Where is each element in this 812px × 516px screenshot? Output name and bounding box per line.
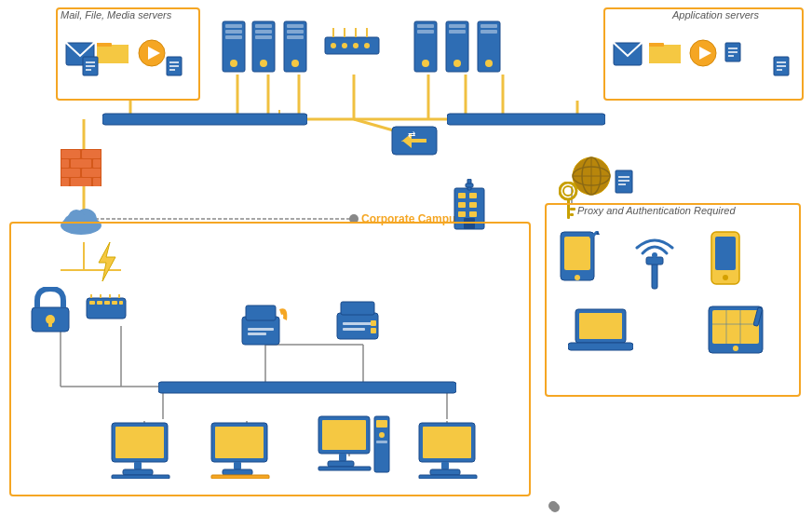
svg-rect-72: [287, 30, 304, 34]
doc-icon-2: [166, 56, 183, 76]
server-5: [445, 20, 469, 73]
app-media-icon: [689, 39, 717, 67]
svg-rect-63: [225, 35, 242, 39]
network-bus-right: [447, 110, 605, 129]
smartphone-icon: [710, 231, 741, 287]
svg-rect-89: [449, 24, 466, 28]
svg-point-69: [260, 60, 267, 67]
svg-rect-113: [93, 178, 101, 186]
svg-rect-35: [97, 45, 129, 63]
svg-point-64: [230, 60, 237, 67]
svg-point-77: [342, 43, 347, 48]
svg-text:⇄: ⇄: [408, 129, 415, 140]
svg-rect-105: [82, 150, 101, 158]
svg-rect-67: [255, 30, 272, 34]
svg-point-95: [485, 60, 493, 67]
svg-rect-85: [417, 24, 434, 28]
router-center: → ⇄: [391, 119, 438, 160]
svg-rect-61: [225, 24, 242, 28]
svg-rect-48: [649, 45, 681, 63]
svg-rect-106: [71, 159, 91, 168]
tablet-with-stylus: [557, 231, 600, 287]
network-diagram: Mail, File, Media servers: [0, 0, 812, 516]
svg-rect-203: [579, 313, 622, 339]
svg-rect-96: [102, 114, 307, 125]
svg-rect-73: [287, 35, 304, 39]
svg-point-76: [331, 43, 336, 48]
svg-rect-108: [93, 159, 101, 168]
svg-rect-90: [449, 30, 466, 34]
globe-doc-icon: [615, 170, 633, 194]
svg-rect-71: [287, 24, 304, 28]
svg-point-208: [733, 346, 738, 351]
svg-rect-104: [61, 150, 80, 158]
svg-rect-93: [480, 24, 497, 28]
svg-rect-187: [616, 170, 632, 193]
connector-dot-bottom: [548, 501, 558, 510]
svg-point-193: [575, 275, 580, 280]
svg-rect-62: [225, 30, 242, 34]
svg-rect-49: [649, 43, 664, 47]
folder-icon: [95, 35, 130, 65]
svg-rect-172: [458, 211, 466, 217]
label-application-servers: Application servers: [672, 9, 759, 20]
svg-point-78: [353, 43, 359, 48]
svg-rect-197: [646, 257, 663, 265]
label-proxy-auth: Proxy and Authentication Required: [577, 205, 736, 216]
svg-rect-206: [712, 310, 759, 344]
svg-rect-173: [469, 211, 477, 217]
svg-rect-107: [61, 159, 69, 168]
svg-point-74: [291, 60, 299, 67]
doc-icon-1: [82, 56, 99, 76]
svg-rect-192: [564, 237, 590, 270]
svg-rect-86: [417, 30, 434, 34]
app-doc-2: [773, 56, 790, 76]
svg-rect-204: [568, 343, 633, 350]
svg-rect-94: [480, 30, 497, 34]
server-6: [477, 20, 501, 73]
network-bus-left: [102, 110, 307, 129]
svg-rect-36: [97, 43, 112, 47]
server-1: [222, 20, 246, 73]
media-play-icon: [138, 39, 166, 67]
app-doc-1: [724, 42, 741, 62]
svg-rect-112: [61, 178, 69, 186]
tablet-2-icon: [708, 306, 764, 354]
svg-point-87: [422, 60, 429, 67]
svg-point-91: [453, 60, 461, 67]
svg-point-201: [723, 275, 728, 280]
svg-point-79: [364, 43, 370, 48]
svg-rect-110: [82, 169, 101, 177]
server-3: [283, 20, 307, 73]
label-mail-file-media: Mail, File, Media servers: [61, 9, 171, 20]
svg-rect-68: [255, 35, 272, 39]
app-folder-icon: [647, 35, 683, 65]
svg-point-183: [563, 186, 573, 196]
firewall-icon: [61, 149, 102, 186]
svg-rect-176: [466, 183, 473, 187]
svg-rect-169: [469, 193, 477, 198]
network-switch: [324, 28, 380, 75]
svg-rect-200: [715, 237, 736, 270]
group-corporate-campus: [9, 222, 531, 496]
svg-rect-111: [71, 178, 91, 186]
svg-rect-109: [61, 169, 80, 177]
server-4: [413, 20, 438, 73]
server-2: [251, 20, 276, 73]
app-mail-icon: [613, 42, 643, 66]
svg-rect-171: [469, 202, 477, 208]
svg-rect-102: [447, 114, 605, 125]
svg-rect-170: [458, 202, 466, 208]
svg-point-182: [560, 183, 576, 199]
svg-point-198: [652, 252, 657, 258]
wifi-antenna-icon: [633, 233, 676, 291]
svg-rect-168: [458, 193, 466, 198]
svg-rect-66: [255, 24, 272, 28]
laptop-icon: [568, 307, 633, 356]
